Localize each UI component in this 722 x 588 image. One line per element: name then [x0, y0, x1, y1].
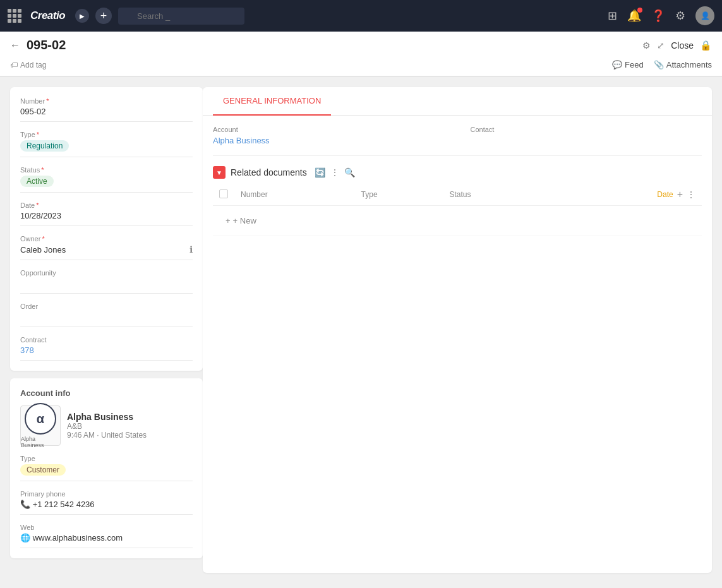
web-field: Web 🌐 www.alphabusiness.com	[20, 524, 193, 548]
account-time: 9:46 AM · United States	[67, 431, 147, 440]
feed-icon: 💬	[612, 60, 622, 69]
phone-value: 📞 +1 212 542 4236	[20, 500, 193, 515]
attachments-button[interactable]: 📎 Attachments	[654, 60, 712, 69]
account-link[interactable]: Alpha Business	[213, 136, 445, 145]
phone-field: Primary phone 📞 +1 212 542 4236	[20, 490, 193, 515]
account-details: Alpha Business A&B 9:46 AM · United Stat…	[67, 412, 147, 440]
account-type-field: Type Customer	[20, 455, 193, 481]
top-navigation: creatio ▶ + 🔍 ⊞ 🔔 ❓ ⚙ 👤	[0, 0, 722, 32]
refresh-icon[interactable]: 🔄	[315, 167, 325, 177]
account-logo-label: Alpha Business	[21, 436, 60, 448]
avatar[interactable]: 👤	[695, 6, 714, 25]
owner-field: Owner * Caleb Jones ℹ	[20, 235, 193, 260]
account-abbreviation: A&B	[67, 422, 147, 431]
search-input[interactable]	[118, 8, 244, 25]
type-badge: Regulation	[20, 140, 69, 152]
general-info-panel: Account Alpha Business Contact ▼ Related…	[203, 116, 712, 246]
account-type-badge: Customer	[20, 464, 66, 476]
checkbox-col-header	[213, 184, 234, 206]
feed-button[interactable]: 💬 Feed	[612, 60, 644, 69]
web-url[interactable]: www.alphabusiness.com	[33, 533, 123, 543]
notification-badge	[637, 8, 642, 13]
contract-value[interactable]: 378	[20, 345, 193, 361]
type-col-header: Type	[355, 184, 443, 206]
status-value: Active	[20, 176, 193, 193]
right-panel: GENERAL INFORMATION Account Alpha Busine…	[203, 87, 712, 573]
back-button[interactable]: ←	[10, 40, 20, 51]
order-value	[20, 312, 193, 327]
account-logo: α Alpha Business	[20, 405, 61, 446]
add-new-button[interactable]: + + New	[219, 211, 695, 231]
table-header-row: Number Type Status Date + ⋮	[213, 184, 702, 206]
close-button[interactable]: Close	[671, 40, 694, 51]
related-docs-icons: 🔄 ⋮ 🔍	[315, 167, 355, 177]
search-docs-icon[interactable]: 🔍	[344, 167, 355, 177]
account-label: Account	[213, 126, 445, 133]
play-button[interactable]: ▶	[75, 9, 89, 23]
order-field: Order	[20, 303, 193, 327]
contact-value	[471, 136, 702, 145]
add-row-icon[interactable]: +	[677, 189, 683, 200]
number-col-header: Number	[234, 184, 355, 206]
number-field: Number * 095-02	[20, 97, 193, 122]
account-logo-inner: α	[25, 403, 56, 435]
settings-icon[interactable]: ⚙	[675, 9, 685, 23]
help-icon[interactable]: ❓	[651, 9, 665, 23]
tabs-bar: GENERAL INFORMATION	[203, 87, 712, 116]
date-value: 10/28/2023	[20, 211, 193, 226]
web-icon: 🌐	[20, 533, 30, 543]
date-col-header: Date + ⋮	[547, 184, 702, 206]
apps-icon[interactable]	[8, 9, 21, 23]
tag-actions: 💬 Feed 📎 Attachments	[612, 60, 712, 69]
info-icon[interactable]: ℹ	[190, 244, 193, 255]
web-value: 🌐 www.alphabusiness.com	[20, 533, 193, 548]
opportunity-value	[20, 279, 193, 294]
main-content: Number * 095-02 Type * Regulation Status…	[0, 77, 722, 583]
number-value: 095-02	[20, 107, 193, 122]
add-new-row: + + New	[213, 206, 702, 236]
date-field: Date * 10/28/2023	[20, 201, 193, 226]
contact-label: Contact	[471, 126, 702, 133]
tab-general-information[interactable]: GENERAL INFORMATION	[213, 87, 331, 116]
search-wrap: 🔍	[118, 8, 244, 25]
account-section: Account Alpha Business	[213, 126, 445, 145]
expand-icon[interactable]: ⤢	[657, 40, 665, 51]
logo: creatio	[30, 9, 65, 22]
phone-number[interactable]: +1 212 542 4236	[33, 500, 95, 509]
apps-grid-icon[interactable]: ⊞	[608, 9, 617, 23]
info-card: Number * 095-02 Type * Regulation Status…	[10, 87, 203, 371]
table-more-icon[interactable]: ⋮	[687, 189, 695, 200]
related-docs-table: Number Type Status Date + ⋮	[213, 184, 702, 236]
status-col-header: Status	[443, 184, 546, 206]
opportunity-field: Opportunity	[20, 269, 193, 294]
attachment-icon: 📎	[654, 60, 664, 69]
status-badge: Active	[20, 176, 54, 187]
account-info-title: Account info	[20, 388, 193, 398]
type-value: Regulation	[20, 140, 193, 157]
nav-right: ⊞ 🔔 ❓ ⚙ 👤	[608, 6, 714, 25]
status-field: Status * Active	[20, 166, 193, 193]
page-header-bar: ← 095-02 ⚙ ⤢ Close 🔒 🏷 Add tag 💬 Feed 📎 …	[0, 32, 722, 77]
page-header-left: ← 095-02	[10, 38, 66, 52]
type-field: Type * Regulation	[20, 131, 193, 157]
tag-row: 🏷 Add tag 💬 Feed 📎 Attachments	[0, 56, 722, 76]
plus-icon: +	[226, 216, 231, 225]
notifications-icon[interactable]: 🔔	[627, 9, 641, 23]
left-panel: Number * 095-02 Type * Regulation Status…	[10, 87, 203, 573]
account-type-value: Customer	[20, 464, 193, 481]
add-tag-button[interactable]: 🏷 Add tag	[10, 61, 46, 69]
owner-row: Caleb Jones ℹ	[20, 244, 193, 260]
phone-icon: 📞	[20, 500, 30, 509]
owner-value[interactable]: Caleb Jones	[20, 245, 66, 255]
account-info-card: Account info α Alpha Business Alpha Busi…	[10, 378, 203, 558]
account-logo-symbol: α	[37, 412, 44, 426]
collapse-icon[interactable]: ▼	[213, 166, 226, 179]
header-checkbox[interactable]	[219, 189, 228, 198]
contact-section: Contact	[471, 126, 702, 145]
account-contact-row: Account Alpha Business Contact	[213, 126, 702, 156]
account-name[interactable]: Alpha Business	[67, 412, 147, 422]
related-docs-title: Related documents	[231, 167, 307, 177]
more-options-icon[interactable]: ⋮	[330, 167, 339, 177]
settings-small-icon[interactable]: ⚙	[642, 40, 651, 51]
add-button[interactable]: +	[95, 8, 112, 24]
